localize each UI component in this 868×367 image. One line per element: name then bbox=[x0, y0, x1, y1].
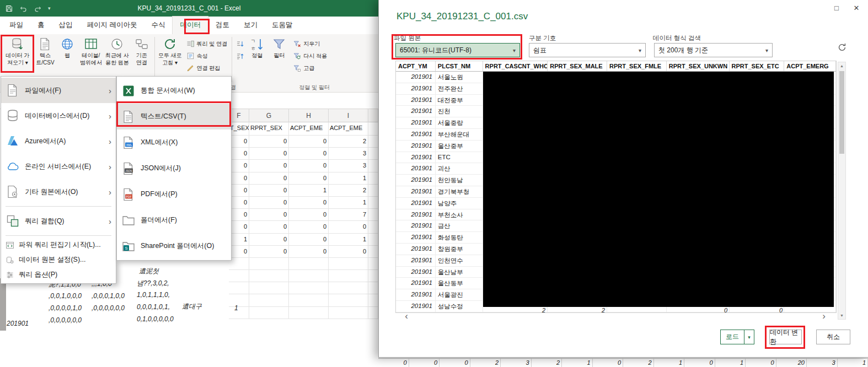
redo-icon[interactable] bbox=[34, 4, 42, 13]
excel-title-bar: ▾ KPU_34_20191231_C_001 - Excel bbox=[0, 0, 378, 17]
text-csv-icon bbox=[121, 110, 136, 124]
sheet-cell: 0 bbox=[289, 197, 329, 208]
tab-insert[interactable]: 삽입 bbox=[52, 17, 80, 34]
garbled-cell-text: ,0,0,0,0,1,0 bbox=[49, 304, 82, 312]
preview-cell: 201901 bbox=[396, 152, 436, 163]
preview-column-ACPT_EMERG[interactable]: ACPT_EMERG bbox=[784, 61, 836, 71]
submenu-item-from-xml[interactable]: XMLXML에서(X) bbox=[117, 129, 231, 155]
scroll-up-icon[interactable]: ▲ bbox=[838, 64, 845, 68]
menu-item-query-options[interactable]: 쿼리 옵션(P) bbox=[1, 267, 116, 282]
queries-connections-button[interactable]: 쿼리 및 연결 bbox=[184, 38, 231, 50]
tab-formulas[interactable]: 수식 bbox=[144, 17, 172, 34]
scroll-right-icon[interactable]: › bbox=[819, 311, 828, 322]
garbled-cell-text: 201901 bbox=[7, 320, 29, 327]
get-data-button[interactable]: 데이터 가 져오기 ▾ bbox=[1, 36, 34, 66]
file-origin-dropdown[interactable]: 65001: 유니코드(UTF-8) ▾ bbox=[395, 43, 520, 57]
sort-descending-button[interactable] bbox=[234, 51, 246, 62]
edit-links-icon bbox=[186, 64, 195, 72]
column-header-I[interactable]: I bbox=[329, 109, 368, 122]
preview-column-RPRT_SEX_MALE[interactable]: RPRT_SEX_MALE bbox=[548, 61, 607, 71]
from-web-button[interactable]: 웹 bbox=[56, 36, 78, 60]
worksheet-grid[interactable]: T_SEXRPRT_SEXACPT_EMEACPT_EME00020003000… bbox=[229, 122, 378, 319]
background-cell: 1 bbox=[838, 359, 868, 367]
tab-help[interactable]: 도움말 bbox=[265, 17, 300, 34]
scroll-left-icon[interactable]: ‹ bbox=[402, 311, 411, 322]
type-detection-dropdown[interactable]: 첫 200개 행 기준 ▾ bbox=[654, 43, 773, 57]
from-table-range-button[interactable]: 테이블/ 범위에서 bbox=[78, 36, 104, 66]
menu-item-from-other-sources[interactable]: 기타 원본에서(O)› bbox=[1, 179, 116, 204]
load-button-label[interactable]: 로드 bbox=[721, 330, 744, 344]
preview-column-RPRT_SEX_FMLE[interactable]: RPRT_SEX_FMLE bbox=[607, 61, 667, 71]
load-button[interactable]: 로드 ▾ bbox=[720, 330, 754, 344]
sheet-cell: 2 bbox=[329, 136, 368, 147]
column-header-G[interactable]: G bbox=[249, 109, 289, 122]
sheet-cell: 0 bbox=[249, 246, 289, 257]
submenu-item-from-sharepoint-folder[interactable]: SSharePoint 폴더에서(O) bbox=[117, 233, 231, 259]
submenu-item-from-json[interactable]: JSONJSON에서(J) bbox=[117, 155, 231, 181]
sheet-cell: 0 bbox=[289, 172, 329, 184]
tab-data[interactable]: 데이터 bbox=[172, 16, 208, 34]
preview-column-PLCST_NM[interactable]: PLCST_NM bbox=[436, 61, 483, 71]
preview-column-RPRT_CASCNT_WHOL[interactable]: RPRT_CASCNT_WHOL bbox=[483, 61, 548, 71]
preview-table-header: ACPT_YMPLCST_NMRPRT_CASCNT_WHOLRPRT_SEX_… bbox=[396, 61, 836, 72]
scroll-down-icon[interactable]: ▼ bbox=[838, 314, 845, 317]
recent-sources-button[interactable]: 최근에 사 용한 원본 bbox=[104, 36, 131, 66]
column-header-F[interactable]: F bbox=[229, 109, 249, 122]
column-header-H[interactable]: H bbox=[289, 109, 329, 122]
sort-button[interactable]: ㄱㅎ 정렬 bbox=[246, 36, 268, 60]
json-file-icon: JSON bbox=[121, 161, 136, 176]
reapply-filter-button[interactable]: 다시 적용 bbox=[290, 50, 330, 62]
load-split-caret-icon[interactable]: ▾ bbox=[744, 330, 754, 344]
qat-customize-caret-icon[interactable]: ▾ bbox=[48, 6, 51, 11]
tab-file[interactable]: 파일 bbox=[2, 17, 30, 34]
clear-filter-button-label: 지우기 bbox=[303, 40, 320, 48]
background-cell: 0 bbox=[440, 359, 470, 367]
tab-view[interactable]: 보기 bbox=[237, 17, 265, 34]
preview-column-RPRT_SEX_ETC[interactable]: RPRT_SEX_ETC bbox=[730, 61, 785, 71]
vertical-scrollbar[interactable]: ▲ ▼ bbox=[838, 62, 846, 320]
refresh-all-button[interactable]: 모두 새로 고침 ▾ bbox=[157, 36, 184, 66]
menu-item-from-database[interactable]: 데이터베이스에서(D)› bbox=[1, 103, 116, 128]
filter-button[interactable]: 필터 bbox=[268, 36, 290, 60]
text-csv-button[interactable]: 텍스 트/CSV bbox=[34, 36, 56, 66]
type-detection-value: 첫 200개 행 기준 bbox=[658, 46, 708, 55]
advanced-filter-button[interactable]: 고급 bbox=[290, 62, 330, 74]
menu-item-launch-power-query-editor[interactable]: 파워 쿼리 편집기 시작(L)... bbox=[1, 238, 116, 252]
edit-links-button[interactable]: 연결 편집 bbox=[184, 62, 231, 74]
tab-review[interactable]: 검토 bbox=[208, 17, 237, 34]
background-cell: 0 bbox=[378, 359, 409, 367]
menu-item-data-source-settings-label: 데이터 원본 설정(S)... bbox=[19, 255, 111, 265]
maximize-button[interactable]: □ bbox=[831, 3, 842, 14]
menu-item-data-source-settings[interactable]: 데이터 원본 설정(S)... bbox=[1, 252, 116, 267]
tab-home[interactable]: 홈 bbox=[30, 17, 52, 34]
sheet-cell: ACPT_EME bbox=[329, 122, 368, 135]
undo-icon[interactable] bbox=[19, 4, 28, 13]
submenu-item-from-workbook[interactable]: 통합 문서에서(W) bbox=[117, 78, 231, 104]
preview-cell: 괴산 bbox=[436, 163, 483, 174]
preview-cell: 전주완산 bbox=[436, 83, 483, 94]
sheet-cell: 0 bbox=[289, 148, 329, 159]
submenu-item-from-text-csv[interactable]: 텍스트/CSV(T) bbox=[117, 104, 231, 129]
preview-column-RPRT_SEX_UNKWN[interactable]: RPRT_SEX_UNKWN bbox=[667, 61, 730, 71]
submenu-item-from-pdf[interactable]: PDFPDF에서(P) bbox=[117, 181, 231, 207]
sheet-cell: 0 bbox=[289, 234, 329, 245]
clear-filter-button[interactable]: 지우기 bbox=[290, 38, 330, 50]
existing-connections-button[interactable]: 기존 연결 bbox=[131, 36, 153, 66]
cancel-button[interactable]: 취소 bbox=[816, 330, 850, 344]
scrollbar-thumb[interactable] bbox=[839, 71, 844, 154]
menu-item-from-online-services[interactable]: 온라인 서비스에서(E)› bbox=[1, 154, 116, 179]
preview-column-ACPT_YM[interactable]: ACPT_YM bbox=[396, 61, 436, 71]
transform-data-button[interactable]: 데이터 변환 bbox=[769, 330, 802, 344]
delimiter-dropdown[interactable]: 쉼표 ▾ bbox=[529, 43, 646, 57]
save-icon[interactable] bbox=[5, 4, 13, 13]
menu-item-from-file[interactable]: 파일에서(F)› bbox=[1, 78, 116, 103]
properties-button[interactable]: 속성 bbox=[184, 50, 231, 62]
sort-ascending-button[interactable] bbox=[234, 39, 246, 50]
submenu-item-from-folder[interactable]: 폴더에서(F) bbox=[117, 207, 231, 233]
menu-item-from-azure[interactable]: Azure에서(A)› bbox=[1, 128, 116, 154]
menu-item-combine-queries[interactable]: 쿼리 결합(Q)› bbox=[1, 208, 116, 234]
refresh-preview-icon[interactable] bbox=[837, 42, 848, 53]
close-button[interactable]: ✕ bbox=[851, 3, 862, 14]
garbled-cell-text: 0,0,0,1,0,1, bbox=[137, 303, 170, 311]
tab-page-layout[interactable]: 페이지 레이아웃 bbox=[80, 17, 144, 34]
